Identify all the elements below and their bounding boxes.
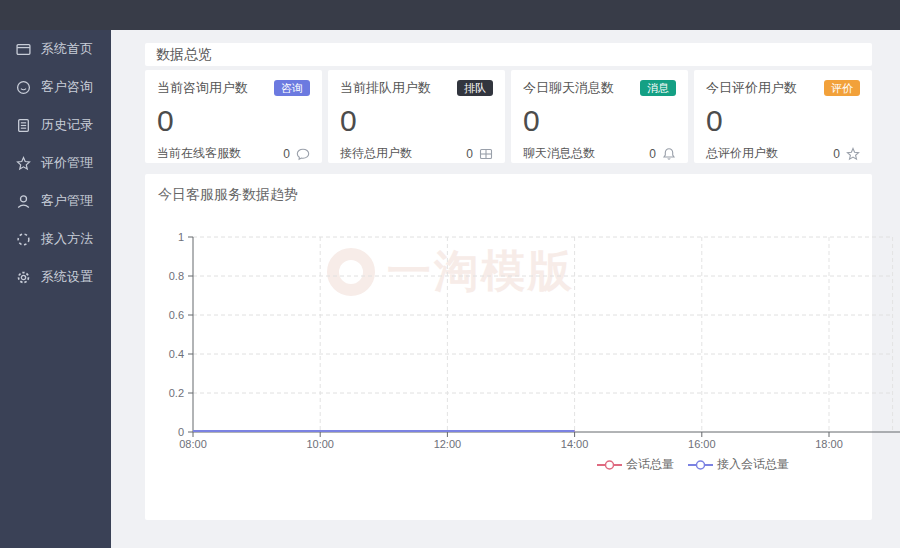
stat-value: 0: [523, 104, 676, 137]
sidebar-item-history[interactable]: 历史记录: [0, 106, 111, 144]
status-badge: 评价: [824, 80, 860, 96]
stat-value: 0: [157, 104, 310, 137]
legend-item[interactable]: 接入会话总量: [688, 456, 789, 473]
user-icon: [16, 194, 31, 209]
sidebar-item-customers[interactable]: 客户管理: [0, 182, 111, 220]
grid-icon: [479, 147, 493, 161]
spinner-icon: [16, 232, 31, 247]
stat-label: 今日评价用户数: [706, 79, 797, 97]
sidebar-item-label: 历史记录: [41, 116, 93, 134]
svg-text:10:00: 10:00: [306, 438, 334, 450]
sidebar-item-label: 客户管理: [41, 192, 93, 210]
svg-text:0.6: 0.6: [169, 309, 184, 321]
stat-label: 今日聊天消息数: [523, 79, 614, 97]
svg-text:0.2: 0.2: [169, 387, 184, 399]
sidebar-item-label: 评价管理: [41, 154, 93, 172]
status-badge: 排队: [457, 80, 493, 96]
overview-header: 数据总览: [145, 43, 872, 66]
svg-text:0: 0: [178, 426, 184, 438]
window-icon: [16, 42, 31, 57]
svg-text:16:00: 16:00: [688, 438, 716, 450]
status-badge: 咨询: [274, 80, 310, 96]
status-badge: 消息: [640, 80, 676, 96]
bell-icon: [662, 147, 676, 161]
stat-sub-value: 0: [833, 147, 840, 161]
stat-sub-label: 聊天消息总数: [523, 145, 595, 162]
stat-sub-value: 0: [466, 147, 473, 161]
stat-sub-label: 总评价用户数: [706, 145, 778, 162]
sidebar-item-settings[interactable]: 系统设置: [0, 258, 111, 296]
top-bar: [0, 0, 900, 30]
stat-sub-value: 0: [283, 147, 290, 161]
svg-text:14:00: 14:00: [561, 438, 589, 450]
smiley-icon: [16, 80, 31, 95]
svg-text:18:00: 18:00: [815, 438, 843, 450]
svg-text:0.8: 0.8: [169, 270, 184, 282]
stat-card-queue: 当前排队用户数 排队 0 接待总用户数 0: [328, 70, 505, 163]
stat-label: 当前咨询用户数: [157, 79, 248, 97]
stat-sub-label: 接待总用户数: [340, 145, 412, 162]
stat-value: 0: [706, 104, 860, 137]
stat-card-ratings: 今日评价用户数 评价 0 总评价用户数 0: [694, 70, 872, 163]
chat-bubble-icon: [296, 147, 310, 161]
star-icon: [16, 156, 31, 171]
sidebar-item-label: 系统设置: [41, 268, 93, 286]
sidebar: 系统首页 客户咨询 历史记录 评价管理 客户管理 接入方法: [0, 30, 111, 548]
gear-icon: [16, 270, 31, 285]
star-icon: [846, 147, 860, 161]
svg-text:12:00: 12:00: [434, 438, 462, 450]
trend-chart-card: 今日客服服务数据趋势 一淘模版 00.20.40.60.8108:0010:00…: [145, 174, 872, 520]
sidebar-item-home[interactable]: 系统首页: [0, 30, 111, 68]
overview-title: 数据总览: [156, 46, 212, 64]
sidebar-item-label: 系统首页: [41, 40, 93, 58]
legend-label: 会话总量: [626, 456, 674, 473]
legend-marker-icon: [688, 459, 713, 471]
sidebar-item-access[interactable]: 接入方法: [0, 220, 111, 258]
history-doc-icon: [16, 118, 31, 133]
stat-sub-label: 当前在线客服数: [157, 145, 241, 162]
svg-text:08:00: 08:00: [179, 438, 207, 450]
legend-item[interactable]: 会话总量: [597, 456, 674, 473]
legend-marker-icon: [597, 459, 622, 471]
sidebar-item-label: 客户咨询: [41, 78, 93, 96]
svg-text:0.4: 0.4: [169, 348, 184, 360]
stat-value: 0: [340, 104, 493, 137]
sidebar-item-reviews[interactable]: 评价管理: [0, 144, 111, 182]
stat-card-messages: 今日聊天消息数 消息 0 聊天消息总数 0: [511, 70, 688, 163]
sidebar-item-label: 接入方法: [41, 230, 93, 248]
legend-label: 接入会话总量: [717, 456, 789, 473]
chart-legend: 会话总量接入会话总量: [597, 456, 789, 473]
stat-card-consulting: 当前咨询用户数 咨询 0 当前在线客服数 0: [145, 70, 322, 163]
svg-text:1: 1: [178, 231, 184, 243]
stat-sub-value: 0: [649, 147, 656, 161]
stat-label: 当前排队用户数: [340, 79, 431, 97]
sidebar-item-consult[interactable]: 客户咨询: [0, 68, 111, 106]
